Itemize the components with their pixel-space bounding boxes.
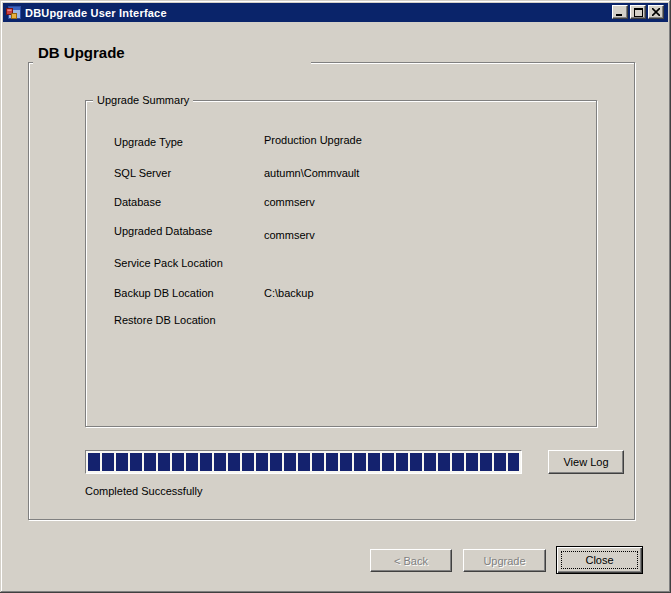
row-label: Service Pack Location (114, 257, 223, 269)
view-log-button[interactable]: View Log (548, 450, 624, 474)
row-label: Upgraded Database (114, 225, 212, 237)
back-button[interactable]: < Back (370, 549, 452, 572)
close-button-label: Close (585, 554, 613, 566)
row-label: Restore DB Location (114, 314, 216, 326)
dialog-window: DBUpgrade User Interface DB Upgrade Upgr… (0, 0, 671, 593)
title-bar[interactable]: DBUpgrade User Interface (3, 3, 668, 22)
groupbox-caption-gap (33, 61, 311, 66)
progress-fill (88, 453, 519, 471)
row-label: Backup DB Location (114, 287, 214, 299)
maximize-icon (634, 8, 643, 17)
upgrade-summary-title: Upgrade Summary (93, 94, 193, 107)
application-icon (5, 5, 21, 21)
summary-row-database: Database commserv (114, 196, 161, 209)
summary-row-upgraded-database: Upgraded Database commserv (114, 225, 212, 238)
window-controls (612, 5, 664, 19)
upgrade-summary-groupbox: Upgrade Summary Upgrade Type Production … (85, 100, 597, 427)
minimize-button[interactable] (612, 5, 628, 19)
status-text: Completed Successfully (85, 485, 202, 497)
upgrade-progress-bar (85, 450, 522, 474)
close-button[interactable]: Close (556, 546, 643, 574)
row-label: Database (114, 196, 161, 208)
summary-row-sql-server: SQL Server autumn\Commvault (114, 167, 171, 180)
row-value: commserv (264, 229, 315, 241)
close-icon (652, 8, 660, 16)
maximize-button[interactable] (630, 5, 646, 19)
window-title: DBUpgrade User Interface (25, 7, 167, 19)
row-label: SQL Server (114, 167, 171, 179)
row-value: Production Upgrade (264, 134, 362, 146)
summary-row-upgrade-type: Upgrade Type Production Upgrade (114, 136, 183, 149)
minimize-icon (616, 8, 624, 16)
summary-row-service-pack-location: Service Pack Location (114, 257, 223, 270)
row-value: C:\backup (264, 287, 314, 299)
row-value: autumn\Commvault (264, 167, 359, 179)
row-value: commserv (264, 196, 315, 208)
close-window-button[interactable] (648, 5, 664, 19)
upgrade-button[interactable]: Upgrade (463, 549, 546, 572)
row-label: Upgrade Type (114, 136, 183, 148)
summary-row-backup-db-location: Backup DB Location C:\backup (114, 287, 214, 300)
summary-row-restore-db-location: Restore DB Location (114, 314, 216, 327)
page-title: DB Upgrade (38, 44, 131, 61)
